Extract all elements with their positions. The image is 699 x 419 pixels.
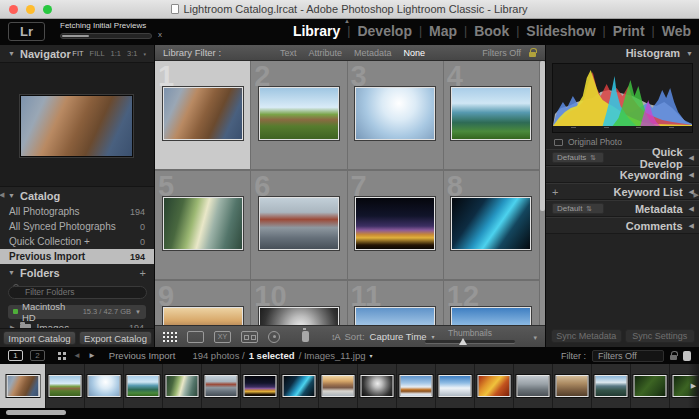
filmstrip-scrollbar[interactable] <box>0 408 699 419</box>
filmstrip-thumb[interactable] <box>85 364 124 408</box>
grid-photo-cell[interactable]: 2 <box>251 61 347 171</box>
catalog-row[interactable]: All Synced Photographs0 <box>0 219 154 234</box>
activity-cancel-icon[interactable]: x <box>158 30 162 39</box>
sort-direction-icon[interactable]: ↕A <box>331 332 340 342</box>
folders-header[interactable]: ▼ Folders + <box>0 264 154 281</box>
grid-photo-cell[interactable]: 12 <box>444 281 540 325</box>
filmstrip-thumb[interactable] <box>163 364 202 408</box>
sync-metadata-button[interactable]: Sync Metadata <box>551 329 622 343</box>
module-library[interactable]: Library <box>293 23 340 39</box>
grid-photo-cell[interactable]: 5 <box>155 171 251 281</box>
import-catalog-button[interactable]: Import Catalog <box>3 331 76 345</box>
grid-view-button[interactable] <box>162 331 177 342</box>
sync-settings-button[interactable]: Sync Settings <box>625 329 696 343</box>
filmstrip-thumb[interactable] <box>0 364 46 408</box>
panel-section-keyword-list[interactable]: +Keyword List◀ <box>546 183 699 200</box>
filter-option-attribute[interactable]: Attribute <box>309 48 343 58</box>
filmstrip-thumb[interactable] <box>358 364 397 408</box>
collapse-right-panel-icon[interactable]: ▶ <box>694 191 699 199</box>
filmstrip-thumb[interactable] <box>241 364 280 408</box>
navigator-zoom-1-1[interactable]: 1:1 <box>111 49 121 58</box>
module-slideshow[interactable]: Slideshow <box>526 23 595 39</box>
toolbar-options-icon[interactable]: ▾ <box>533 334 537 342</box>
section-preset-select[interactable]: Defaults⇅ <box>552 152 604 163</box>
loupe-view-button[interactable] <box>187 331 204 343</box>
compare-view-button[interactable]: XY <box>214 331 231 343</box>
panel-section-metadata[interactable]: Default⇅Metadata◀ <box>546 200 699 217</box>
module-map[interactable]: Map <box>429 23 457 39</box>
grid-photo-cell[interactable]: 8 <box>444 171 540 281</box>
module-develop[interactable]: Develop <box>357 23 411 39</box>
module-print[interactable]: Print <box>613 23 645 39</box>
filmstrip-thumb[interactable] <box>631 364 670 408</box>
export-catalog-button[interactable]: Export Catalog <box>79 331 152 345</box>
volume-browser[interactable]: Macintosh HD 15.3 / 42.7 GB ▼ <box>8 305 146 319</box>
module-book[interactable]: Book <box>474 23 509 39</box>
painter-spray-icon[interactable] <box>302 331 309 342</box>
filmstrip-thumb[interactable] <box>124 364 163 408</box>
module-web[interactable]: Web <box>662 23 691 39</box>
filmstrip-thumb[interactable] <box>553 364 592 408</box>
filmstrip-scroll-right-icon[interactable]: ▶ <box>688 364 699 408</box>
grid-photo-cell[interactable]: 4 <box>444 61 540 171</box>
filmstrip-scrollbar-thumb[interactable] <box>6 410 66 415</box>
grid-photo-cell[interactable]: 1 <box>155 61 251 171</box>
add-keyword-icon[interactable]: + <box>552 186 558 198</box>
navigator-zoom-caret-icon[interactable]: ▾ <box>143 51 146 57</box>
folder-search-input[interactable] <box>8 286 147 299</box>
filmstrip-thumb[interactable] <box>202 364 241 408</box>
sort-value[interactable]: Capture Time <box>370 331 427 342</box>
filter-preset[interactable]: Filters Off <box>482 48 521 58</box>
people-view-button[interactable] <box>268 331 280 343</box>
filter-option-text[interactable]: Text <box>280 48 297 58</box>
catalog-row[interactable]: Quick Collection +0 <box>0 234 154 249</box>
navigator-zoom-3-1[interactable]: 3:1 <box>127 49 137 58</box>
filter-option-none[interactable]: None <box>404 48 426 58</box>
grid-photo-cell[interactable]: 3 <box>348 61 444 171</box>
filmstrip-filter-value[interactable]: Filters Off <box>592 350 664 362</box>
grid-photo-cell[interactable]: 10 <box>251 281 347 325</box>
grid-photo-cell[interactable]: 9 <box>155 281 251 325</box>
filmstrip-thumb[interactable] <box>280 364 319 408</box>
minimize-window-icon[interactable] <box>26 5 35 14</box>
survey-view-button[interactable] <box>241 331 258 343</box>
catalog-row[interactable]: All Photographs194 <box>0 204 154 219</box>
navigator-zoom-fill[interactable]: FILL <box>90 49 105 58</box>
thumbnail-slider-track[interactable] <box>425 340 515 343</box>
section-preset-select[interactable]: Default⇅ <box>552 203 604 214</box>
filmstrip-thumb[interactable] <box>592 364 631 408</box>
navigator-header[interactable]: ▼ Navigator FITFILL1:13:1▾ <box>0 45 154 62</box>
collapse-left-panel-icon[interactable]: ◀ <box>0 191 4 199</box>
filter-lock-icon[interactable] <box>529 52 536 57</box>
main-window-button[interactable]: 1 <box>8 350 23 361</box>
grid-photo-cell[interactable]: 7 <box>348 171 444 281</box>
thumbnail-slider-thumb[interactable] <box>459 338 467 345</box>
filmstrip-thumb[interactable] <box>475 364 514 408</box>
second-window-button[interactable]: 2 <box>30 350 45 361</box>
close-window-icon[interactable] <box>9 5 18 14</box>
zoom-window-icon[interactable] <box>43 5 52 14</box>
filmstrip-thumb[interactable] <box>436 364 475 408</box>
filmstrip-thumb[interactable] <box>46 364 85 408</box>
grid-photo-cell[interactable]: 6 <box>251 171 347 281</box>
selection-info[interactable]: 194 photos / 1 selected / Images_11.jpg … <box>192 350 372 361</box>
histogram-header[interactable]: Histogram ▼ <box>546 45 699 61</box>
filmstrip-thumb[interactable] <box>514 364 553 408</box>
back-arrow-icon[interactable]: ◄ <box>73 351 81 360</box>
filmstrip-thumb[interactable] <box>397 364 436 408</box>
filter-lock-icon[interactable] <box>670 355 677 360</box>
catalog-row[interactable]: Previous Import194 <box>0 249 154 264</box>
source-breadcrumb[interactable]: Previous Import <box>109 350 176 361</box>
histogram-panel[interactable] <box>552 63 693 133</box>
panel-section-quick-develop[interactable]: Defaults⇅Quick Develop◀ <box>546 149 699 166</box>
add-folder-icon[interactable]: + <box>140 267 146 279</box>
panel-section-keywording[interactable]: Keywording◀ <box>546 166 699 183</box>
navigator-preview[interactable] <box>0 62 154 187</box>
panel-section-comments[interactable]: Comments◀ <box>546 217 699 234</box>
filmstrip-thumb[interactable] <box>319 364 358 408</box>
forward-arrow-icon[interactable]: ► <box>88 351 96 360</box>
filter-option-metadata[interactable]: Metadata <box>354 48 392 58</box>
grid-view-shortcut-icon[interactable] <box>58 352 66 360</box>
catalog-header[interactable]: ▼ Catalog <box>0 187 154 204</box>
navigator-zoom-fit[interactable]: FIT <box>72 49 83 58</box>
